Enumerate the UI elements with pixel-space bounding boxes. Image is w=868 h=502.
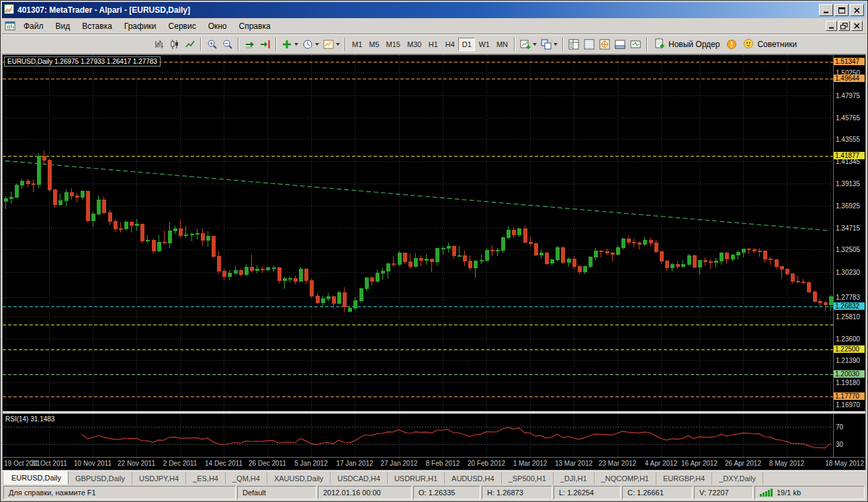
child-close-button[interactable] — [851, 21, 863, 31]
navigator-icon[interactable] — [597, 37, 613, 52]
chart-tab[interactable]: _ES,H4 — [186, 472, 226, 485]
price-tick: 1.25810 — [836, 313, 860, 321]
status-profile[interactable]: Default — [237, 486, 316, 499]
toolbar-separator — [345, 38, 346, 51]
periods-icon[interactable] — [300, 37, 321, 52]
price-tick: 1.47975 — [836, 92, 860, 99]
timeframe-button-m30[interactable]: M30 — [404, 38, 425, 51]
indicators-icon[interactable] — [279, 37, 300, 52]
chart-tab[interactable]: USDRUR,H1 — [388, 472, 445, 485]
warning-icon[interactable] — [724, 37, 739, 52]
status-low: L: 1.26254 — [554, 486, 621, 499]
chart-tab[interactable]: AUDUSD,H4 — [445, 472, 502, 485]
new-chart-icon[interactable] — [518, 37, 539, 52]
toolbar-separator — [646, 38, 648, 51]
date-tick: 14 Dec 2011 — [205, 460, 243, 467]
bar-chart-icon[interactable] — [151, 37, 167, 52]
date-tick: 13 Mar 2012 — [555, 460, 593, 467]
chart-tab[interactable]: _NQCOMP,H1 — [595, 472, 656, 485]
candlestick-icon[interactable] — [167, 37, 182, 52]
time-axis[interactable]: 19 Oct 201131 Oct 201110 Nov 201122 Nov … — [3, 457, 865, 470]
advisors-button[interactable]: Советники — [739, 37, 801, 52]
main-chart[interactable]: EURUSD,Daily 1.26975 1.27933 1.26417 1.2… — [3, 55, 834, 411]
timeframe-button-d1[interactable]: D1 — [458, 38, 475, 51]
price-line-label: 1.41877 — [834, 152, 865, 159]
auto-scroll-icon[interactable] — [242, 37, 257, 52]
timeframe-button-mn[interactable]: MN — [493, 38, 511, 51]
chart-tab[interactable]: _DJI,H1 — [554, 472, 595, 485]
child-minimize-button[interactable] — [826, 21, 837, 31]
chart-tab[interactable]: XAUUSD,Daily — [267, 472, 331, 485]
toolbar-separator — [238, 38, 239, 51]
rsi-scale[interactable]: 7030 — [834, 414, 865, 457]
data-window-icon[interactable] — [582, 37, 597, 52]
date-tick: 23 Mar 2012 — [599, 460, 636, 467]
date-tick: 10 Nov 2011 — [74, 460, 112, 467]
line-chart-icon[interactable] — [182, 37, 198, 52]
chart-tab[interactable]: _SP500,H1 — [502, 472, 554, 485]
chart-shift-icon[interactable] — [257, 37, 273, 52]
dropdown-arrow-icon[interactable] — [294, 43, 298, 46]
chart-tabs: EURUSD,DailyGBPUSD,DailyUSDJPY,H4_ES,H4_… — [2, 470, 866, 485]
chart-tab[interactable]: USDCAD,H4 — [331, 472, 388, 485]
price-tick: 1.27783 — [836, 294, 860, 301]
dropdown-arrow-icon[interactable] — [533, 43, 537, 46]
menu-item-графики[interactable]: Графики — [118, 19, 163, 34]
chart-tab[interactable]: _DXY,Daily — [712, 472, 763, 485]
menu-item-файл[interactable]: Файл — [17, 19, 50, 34]
zoom-out-icon[interactable] — [220, 37, 235, 52]
rsi-tick: 30 — [836, 441, 843, 448]
dropdown-arrow-icon[interactable] — [336, 43, 340, 46]
toolbar-separator — [275, 38, 277, 51]
metatrader-window: 401307: MetaTrader - Alpari - [EURUSD,Da… — [0, 0, 868, 502]
price-tick: 1.16970 — [836, 401, 860, 409]
status-open: O: 1.26335 — [413, 486, 480, 499]
minimize-button[interactable] — [819, 4, 833, 16]
timeframe-button-w1[interactable]: W1 — [475, 38, 493, 51]
price-line-label: 1.51347 — [834, 58, 865, 65]
timeframe-button-h1[interactable]: H1 — [425, 38, 441, 51]
toolbar-separator — [562, 38, 564, 51]
chart-tab[interactable]: EURUSD,Daily — [4, 471, 69, 485]
chart-tab[interactable]: _QM,H4 — [226, 472, 267, 485]
price-scale[interactable]: 1.502501.479751.457651.435551.413451.391… — [834, 55, 865, 411]
timeframe-button-m15[interactable]: M15 — [383, 38, 404, 51]
child-restore-button[interactable] — [838, 21, 850, 31]
chart-tab[interactable]: USDJPY,H4 — [132, 472, 186, 485]
date-tick: 18 May 2012 — [825, 460, 864, 467]
zoom-in-icon[interactable] — [204, 37, 220, 52]
date-tick: 22 Nov 2011 — [118, 460, 155, 467]
templates-icon[interactable] — [321, 37, 342, 52]
rsi-pane[interactable]: RSI(14) 31.1483 — [3, 414, 834, 457]
maximize-button[interactable] — [834, 4, 849, 16]
dropdown-arrow-icon[interactable] — [315, 43, 319, 46]
price-tick: 1.23600 — [836, 335, 860, 343]
timeframe-button-m5[interactable]: M5 — [365, 38, 382, 51]
date-tick: 20 Feb 2012 — [468, 460, 505, 467]
strategy-tester-icon[interactable] — [628, 37, 644, 52]
price-tick: 1.21390 — [836, 357, 860, 364]
new-order-icon — [654, 38, 665, 51]
chart-tab[interactable]: EURGBP,H4 — [656, 472, 712, 485]
price-line-label: 1.22500 — [834, 345, 865, 353]
dropdown-arrow-icon[interactable] — [554, 43, 558, 46]
toolbar-separator — [514, 38, 515, 51]
menu-item-справка[interactable]: Справка — [233, 19, 277, 34]
timeframe-button-m1[interactable]: M1 — [349, 38, 365, 51]
menu-item-вид[interactable]: Вид — [50, 19, 77, 34]
market-watch-icon[interactable] — [566, 37, 582, 52]
terminal-icon[interactable] — [613, 37, 628, 52]
menu-item-окно[interactable]: Окно — [202, 19, 233, 34]
new-order-button[interactable]: Новый Ордер — [650, 37, 724, 52]
menu-item-сервис[interactable]: Сервис — [163, 19, 202, 34]
chart-tab[interactable]: GBPUSD,Daily — [69, 472, 132, 485]
timeframe-button-h4[interactable]: H4 — [441, 38, 458, 51]
toolbar-separator — [200, 38, 202, 51]
status-high: H: 1.26873 — [482, 486, 552, 499]
close-button[interactable] — [850, 4, 864, 16]
menu-item-вставка[interactable]: Вставка — [76, 19, 118, 34]
date-tick: 4 Apr 2012 — [645, 460, 677, 467]
price-line-label: 1.26832 — [834, 302, 865, 310]
profiles-icon[interactable] — [539, 37, 560, 52]
price-tick: 1.43555 — [836, 136, 860, 143]
